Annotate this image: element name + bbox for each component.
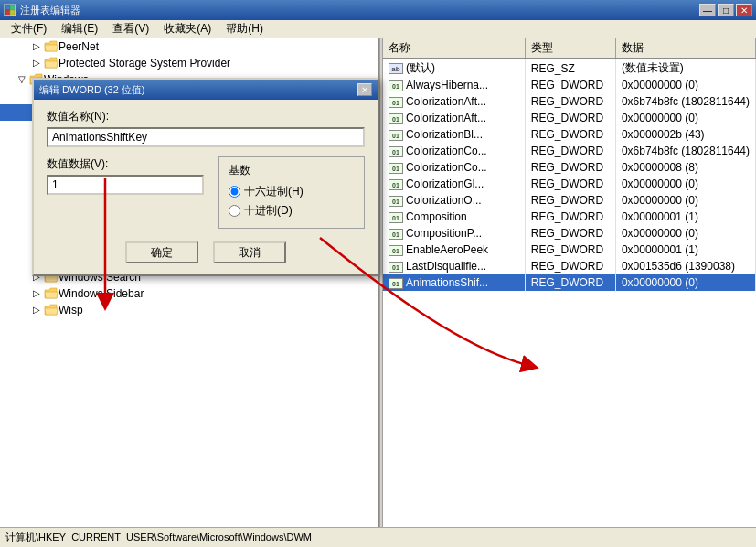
values-table: 名称 类型 数据 ab(默认)REG_SZ(数值未设置)01AlwaysHibe… <box>383 38 756 291</box>
reg-name-cell: 01ColorizationO... <box>383 192 525 209</box>
dialog-right: 基数 十六进制(H) 十进制(D) <box>218 156 365 229</box>
field-name-input[interactable] <box>47 127 365 147</box>
tree-item-peerNet[interactable]: ▷ PeerNet <box>0 38 378 55</box>
close-button[interactable]: ✕ <box>736 4 752 16</box>
radio-dec-label: 十进制(D) <box>244 203 293 219</box>
tree-label-peerNet: PeerNet <box>59 40 99 53</box>
reg-type-cell: REG_DWORD <box>525 209 615 225</box>
tree-label-protectedStorage: Protected Storage System Provider <box>59 57 230 70</box>
toggle-windowsSidebar[interactable]: ▷ <box>29 286 44 301</box>
reg-data-cell: (数值未设置) <box>615 59 755 77</box>
reg-type-cell: REG_DWORD <box>525 258 615 274</box>
reg-data-cell: 0x00000001 (1) <box>615 241 755 258</box>
reg-name-cell: 01LastDisqualifie... <box>383 258 525 274</box>
table-row[interactable]: 01ColorizationO...REG_DWORD0x00000000 (0… <box>383 192 756 209</box>
app-icon <box>4 4 16 16</box>
reg-type-cell: REG_DWORD <box>525 225 615 241</box>
svg-rect-3 <box>10 10 15 15</box>
values-panel: 名称 类型 数据 ab(默认)REG_SZ(数值未设置)01AlwaysHibe… <box>383 38 756 527</box>
table-row[interactable]: 01ColorizationBl...REG_DWORD0x0000002b (… <box>383 126 756 143</box>
window-frame: 注册表编辑器 — □ ✕ 文件(F) 编辑(E) 查看(V) 收藏夹(A) 帮助… <box>0 0 756 547</box>
toggle-windows[interactable]: ▽ <box>15 72 29 87</box>
dialog-buttons: 确定 取消 <box>47 241 365 263</box>
menu-edit[interactable]: 编辑(E) <box>54 19 105 38</box>
reg-type-cell: REG_DWORD <box>525 274 615 291</box>
table-row[interactable]: ab(默认)REG_SZ(数值未设置) <box>383 59 756 77</box>
dialog-title: 编辑 DWORD (32 位值) <box>39 83 145 97</box>
folder-icon-peerNet <box>44 40 59 53</box>
reg-name-cell: 01ColorizationGl... <box>383 176 525 192</box>
table-row[interactable]: 01ColorizationCo...REG_DWORD0x00000008 (… <box>383 159 756 176</box>
radio-dec-input[interactable] <box>229 205 240 217</box>
toggle-protectedStorage[interactable]: ▷ <box>29 56 44 70</box>
minimize-button[interactable]: — <box>699 4 716 16</box>
values-scroll[interactable]: 名称 类型 数据 ab(默认)REG_SZ(数值未设置)01AlwaysHibe… <box>383 38 756 527</box>
reg-name-cell: 01AnimationsShif... <box>383 274 525 291</box>
btn-cancel[interactable]: 取消 <box>213 241 286 263</box>
menu-favorites[interactable]: 收藏夹(A) <box>156 19 218 38</box>
reg-type-cell: REG_DWORD <box>525 159 615 176</box>
field-data-input[interactable] <box>47 175 204 195</box>
reg-data-cell: 0x00000000 (0) <box>615 77 755 93</box>
reg-data-cell: 0x00000000 (0) <box>615 274 755 291</box>
reg-name-label: ColorizationAft... <box>406 112 486 124</box>
table-row[interactable]: 01CompositionREG_DWORD0x00000001 (1) <box>383 209 756 225</box>
radio-hex-label: 十六进制(H) <box>244 184 303 199</box>
folder-icon-windowsSidebar <box>44 287 59 300</box>
reg-type-cell: REG_DWORD <box>525 93 615 110</box>
reg-name-cell: ab(默认) <box>383 59 525 77</box>
toggle-wisp[interactable]: ▷ <box>29 303 44 317</box>
svg-rect-1 <box>10 5 15 10</box>
reg-data-cell: 0x00000000 (0) <box>615 225 755 241</box>
radio-hex[interactable]: 十六进制(H) <box>229 184 355 199</box>
table-row[interactable]: 01ColorizationAft...REG_DWORD0x6b74b8fc … <box>383 93 756 110</box>
reg-data-cell: 0x001535d6 (1390038) <box>615 258 755 274</box>
table-row[interactable]: 01EnableAeroPeekREG_DWORD0x00000001 (1) <box>383 241 756 258</box>
table-row[interactable]: 01ColorizationAft...REG_DWORD0x00000000 … <box>383 110 756 126</box>
menu-view[interactable]: 查看(V) <box>105 19 156 38</box>
reg-name-label: EnableAeroPeek <box>406 243 488 256</box>
btn-ok[interactable]: 确定 <box>125 241 198 263</box>
tree-item-windowsSidebar[interactable]: ▷ Windows Sidebar <box>0 285 378 302</box>
reg-data-cell: 0x00000000 (0) <box>615 110 755 126</box>
reg-name-label: ColorizationCo... <box>406 161 487 174</box>
radio-group-base: 基数 十六进制(H) 十进制(D) <box>218 156 365 229</box>
reg-type-cell: REG_DWORD <box>525 110 615 126</box>
reg-name-label: ColorizationCo... <box>406 145 487 157</box>
reg-name-cell: 01ColorizationAft... <box>383 93 525 110</box>
reg-name-label: LastDisqualifie... <box>406 260 486 273</box>
maximize-button[interactable]: □ <box>718 4 734 16</box>
table-row[interactable]: 01AnimationsShif...REG_DWORD0x00000000 (… <box>383 274 756 291</box>
table-row[interactable]: 01AlwaysHiberna...REG_DWORD0x00000000 (0… <box>383 77 756 93</box>
field-data-label: 数值数据(V): <box>47 156 204 172</box>
table-row[interactable]: 01CompositionP...REG_DWORD0x00000000 (0) <box>383 225 756 241</box>
table-row[interactable]: 01ColorizationGl...REG_DWORD0x00000000 (… <box>383 176 756 192</box>
table-row[interactable]: 01LastDisqualifie...REG_DWORD0x001535d6 … <box>383 258 756 274</box>
tree-item-protectedStorage[interactable]: ▷ Protected Storage System Provider <box>0 55 378 71</box>
reg-type-cell: REG_DWORD <box>525 241 615 258</box>
dialog-body: 数值名称(N): 数值数据(V): 基数 十六进制(H) <box>34 100 378 274</box>
tree-label-wisp: Wisp <box>59 304 83 316</box>
menu-file[interactable]: 文件(F) <box>4 19 54 38</box>
col-name[interactable]: 名称 <box>383 38 525 59</box>
reg-data-cell: 0x00000000 (0) <box>615 176 755 192</box>
reg-name-label: AnimationsShif... <box>406 276 488 289</box>
tree-item-wisp[interactable]: ▷ Wisp <box>0 302 378 318</box>
reg-name-cell: 01AlwaysHiberna... <box>383 77 525 93</box>
reg-name-cell: 01EnableAeroPeek <box>383 241 525 258</box>
window-controls: — □ ✕ <box>699 4 752 16</box>
radio-dec[interactable]: 十进制(D) <box>229 203 355 219</box>
dialog-close-button[interactable]: ✕ <box>357 83 372 96</box>
reg-name-cell: 01ColorizationCo... <box>383 143 525 159</box>
table-row[interactable]: 01ColorizationCo...REG_DWORD0x6b74b8fc (… <box>383 143 756 159</box>
toggle-peerNet[interactable]: ▷ <box>29 39 44 54</box>
reg-name-label: CompositionP... <box>406 227 482 240</box>
menu-help[interactable]: 帮助(H) <box>218 19 271 38</box>
reg-name-label: ColorizationO... <box>406 194 482 207</box>
reg-data-cell: 0x0000002b (43) <box>615 126 755 143</box>
col-data[interactable]: 数据 <box>615 38 755 59</box>
col-type[interactable]: 类型 <box>525 38 615 59</box>
dialog-title-bar: 编辑 DWORD (32 位值) ✕ <box>34 80 378 100</box>
radio-hex-input[interactable] <box>229 186 240 198</box>
reg-type-cell: REG_SZ <box>525 59 615 77</box>
